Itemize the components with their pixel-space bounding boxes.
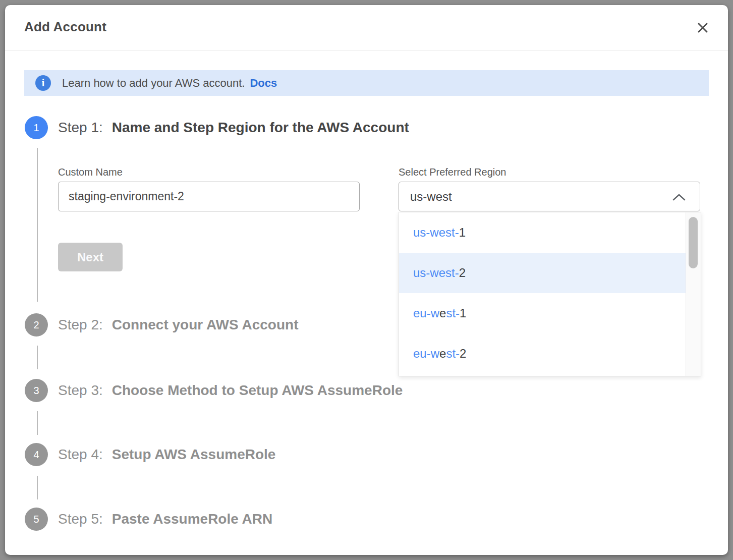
step-connector-2-3	[37, 346, 38, 369]
dropdown-scrollbar-thumb[interactable]	[689, 217, 698, 268]
step-2-indicator: 2	[25, 313, 48, 337]
option-text-segment: eu-w	[413, 306, 439, 320]
step-5-heading: Step 5: Paste AssumeRole ARN	[58, 508, 272, 531]
step-3-number: 3	[33, 385, 39, 397]
step-3-indicator: 3	[25, 379, 48, 402]
region-option-eu-west-1[interactable]: eu-west-1	[399, 293, 686, 333]
step-4-prefix: Step 4:	[58, 446, 103, 463]
region-select-value: us-west	[410, 190, 452, 204]
option-text-segment: eu-w	[413, 347, 439, 361]
option-text-segment: e	[439, 347, 446, 361]
add-account-modal: Add Account i Learn how to add your AWS …	[5, 5, 728, 555]
step-connector-1-2	[37, 148, 38, 302]
custom-name-label: Custom Name	[58, 166, 123, 178]
option-text-segment: 1	[460, 306, 466, 320]
info-banner: i Learn how to add your AWS account. Doc…	[24, 70, 709, 96]
step-4-title: Setup AWS AssumeRole	[112, 446, 276, 463]
option-text-segment: e	[439, 306, 446, 320]
region-option-us-west-1[interactable]: us-west-1	[399, 212, 686, 253]
step-4-heading: Step 4: Setup AWS AssumeRole	[58, 443, 275, 466]
step-3-prefix: Step 3:	[58, 382, 103, 399]
option-text-segment: 2	[460, 347, 466, 361]
step-2-number: 2	[33, 319, 39, 331]
info-icon: i	[35, 75, 51, 91]
step-2-title: Connect your AWS Account	[112, 317, 299, 333]
region-option-us-west-2[interactable]: us-west-2	[399, 253, 686, 293]
step-connector-4-5	[37, 476, 38, 499]
step-1-title: Name and Step Region for the AWS Account	[112, 120, 409, 136]
option-text-segment: 2	[459, 266, 466, 280]
step-2-heading: Step 2: Connect your AWS Account	[58, 313, 298, 337]
region-dropdown: us-west-1us-west-2eu-west-1eu-west-2	[399, 212, 701, 376]
step-4-number: 4	[33, 449, 39, 461]
step-2-prefix: Step 2:	[58, 317, 103, 333]
docs-link[interactable]: Docs	[250, 77, 277, 90]
step-4-indicator: 4	[25, 443, 48, 466]
close-button[interactable]	[694, 19, 712, 37]
dropdown-scrollbar-track[interactable]	[686, 212, 701, 376]
modal-header: Add Account	[5, 5, 728, 50]
step-1-heading: Step 1: Name and Step Region for the AWS…	[58, 116, 409, 139]
region-label: Select Preferred Region	[399, 166, 506, 178]
region-select[interactable]: us-west	[399, 182, 700, 211]
step-5-prefix: Step 5:	[58, 511, 103, 527]
modal-title: Add Account	[24, 19, 106, 35]
step-connector-3-4	[37, 411, 38, 435]
step-5-title: Paste AssumeRole ARN	[112, 511, 272, 527]
step-3-title: Choose Method to Setup AWS AssumeRole	[112, 382, 403, 399]
chevron-up-icon	[672, 194, 686, 203]
step-1-indicator: 1	[25, 116, 48, 139]
banner-text: Learn how to add your AWS account.	[62, 77, 245, 90]
region-options-list: us-west-1us-west-2eu-west-1eu-west-2	[399, 212, 686, 376]
next-button[interactable]: Next	[58, 243, 123, 271]
step-1-prefix: Step 1:	[58, 120, 103, 136]
step-5-number: 5	[33, 514, 39, 525]
option-text-segment: st-	[446, 347, 460, 361]
option-text-segment: 1	[459, 226, 466, 240]
option-text-segment: st-	[446, 306, 460, 320]
step-1-number: 1	[33, 122, 39, 134]
option-text-segment: us-west-	[413, 266, 459, 280]
step-3-heading: Step 3: Choose Method to Setup AWS Assum…	[58, 379, 403, 402]
close-icon	[696, 21, 709, 36]
option-text-segment: us-west-	[413, 226, 459, 240]
step-5-indicator: 5	[25, 508, 48, 531]
custom-name-input[interactable]	[58, 182, 360, 211]
region-option-eu-west-2[interactable]: eu-west-2	[399, 333, 686, 374]
